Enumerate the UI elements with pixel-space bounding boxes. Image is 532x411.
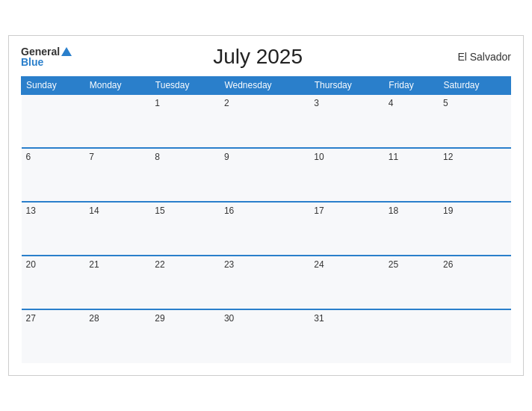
calendar-week-row: 12345 [22, 94, 511, 148]
calendar-day-cell: 5 [439, 94, 510, 148]
calendar-day-cell: 4 [384, 94, 439, 148]
day-number: 22 [155, 259, 164, 270]
col-friday: Friday [384, 77, 439, 95]
calendar-day-cell: 16 [220, 202, 309, 256]
day-number: 17 [314, 206, 324, 216]
calendar-day-cell: 26 [439, 256, 510, 309]
logo: General Blue [21, 46, 72, 67]
logo-blue-text: Blue [21, 57, 43, 67]
day-number: 19 [443, 206, 453, 216]
day-number: 4 [389, 98, 394, 108]
calendar-day-cell [22, 94, 85, 148]
calendar-grid: Sunday Monday Tuesday Wednesday Thursday… [21, 76, 511, 363]
calendar-day-cell: 31 [309, 309, 384, 363]
calendar-day-cell: 25 [384, 256, 439, 309]
col-wednesday: Wednesday [220, 77, 309, 95]
calendar-day-cell: 30 [220, 309, 309, 363]
calendar-day-cell: 8 [150, 148, 220, 202]
day-number: 5 [443, 98, 448, 108]
day-number: 1 [155, 98, 160, 108]
col-tuesday: Tuesday [150, 77, 220, 95]
calendar-day-cell: 13 [22, 202, 85, 256]
col-sunday: Sunday [22, 77, 85, 95]
day-number: 12 [443, 152, 453, 162]
day-number: 30 [224, 313, 234, 324]
day-number: 15 [155, 206, 164, 216]
calendar-day-cell: 19 [439, 202, 510, 256]
logo-general-text: General [21, 46, 60, 57]
calendar-week-row: 20212223242526 [22, 256, 511, 309]
day-number: 25 [389, 259, 398, 270]
day-number: 3 [314, 98, 319, 108]
calendar-week-row: 13141516171819 [22, 202, 511, 256]
calendar-week-row: 6789101112 [22, 148, 511, 202]
col-saturday: Saturday [439, 77, 510, 95]
calendar-day-cell: 2 [220, 94, 309, 148]
calendar-day-cell: 12 [439, 148, 510, 202]
calendar-day-cell: 24 [309, 256, 384, 309]
calendar-day-cell: 17 [309, 202, 384, 256]
day-number: 10 [314, 152, 324, 162]
day-number: 11 [389, 152, 398, 162]
calendar-day-cell: 18 [384, 202, 439, 256]
day-number: 13 [26, 206, 36, 216]
calendar-day-cell: 21 [84, 256, 150, 309]
calendar-day-cell: 28 [84, 309, 150, 363]
day-number: 20 [26, 259, 36, 270]
day-number: 14 [89, 206, 99, 216]
calendar-day-cell: 27 [22, 309, 85, 363]
calendar-day-cell: 10 [309, 148, 384, 202]
day-number: 21 [89, 259, 99, 270]
day-number: 6 [26, 152, 31, 162]
calendar-day-cell [439, 309, 510, 363]
calendar-day-cell: 7 [84, 148, 150, 202]
day-header-row: Sunday Monday Tuesday Wednesday Thursday… [22, 77, 511, 95]
calendar-day-cell: 15 [150, 202, 220, 256]
day-number: 29 [155, 313, 164, 324]
calendar-day-cell: 11 [384, 148, 439, 202]
calendar-day-cell: 3 [309, 94, 384, 148]
day-number: 31 [314, 313, 324, 324]
day-number: 27 [26, 313, 36, 324]
calendar-day-cell: 14 [84, 202, 150, 256]
month-title: July 2025 [72, 45, 444, 69]
calendar-container: General Blue July 2025 El Salvador Sunda… [8, 35, 524, 376]
day-number: 9 [224, 152, 229, 162]
day-number: 2 [224, 98, 229, 108]
logo-triangle-icon [61, 47, 72, 56]
day-number: 16 [224, 206, 234, 216]
country-label: El Salvador [444, 51, 511, 63]
col-thursday: Thursday [309, 77, 384, 95]
day-number: 8 [155, 152, 160, 162]
calendar-day-cell [384, 309, 439, 363]
col-monday: Monday [84, 77, 150, 95]
calendar-day-cell: 6 [22, 148, 85, 202]
day-number: 23 [224, 259, 234, 270]
calendar-day-cell: 1 [150, 94, 220, 148]
calendar-day-cell: 23 [220, 256, 309, 309]
calendar-header: General Blue July 2025 El Salvador [21, 45, 511, 69]
calendar-day-cell: 29 [150, 309, 220, 363]
calendar-day-cell [84, 94, 150, 148]
calendar-day-cell: 9 [220, 148, 309, 202]
calendar-week-row: 2728293031 [22, 309, 511, 363]
day-number: 26 [443, 259, 453, 270]
calendar-day-cell: 22 [150, 256, 220, 309]
day-number: 28 [89, 313, 99, 324]
day-number: 24 [314, 259, 324, 270]
day-number: 7 [89, 152, 94, 162]
day-number: 18 [389, 206, 398, 216]
calendar-day-cell: 20 [22, 256, 85, 309]
